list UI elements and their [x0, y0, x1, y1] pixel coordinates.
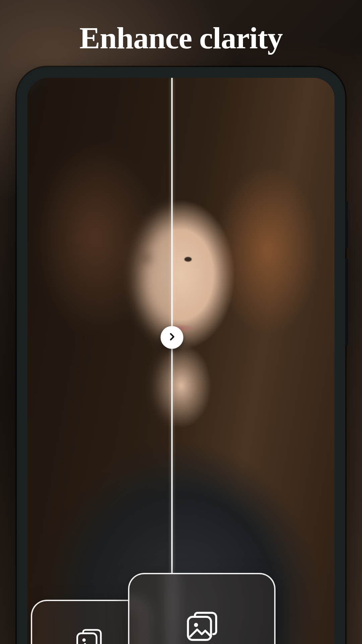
svg-point-1	[82, 638, 85, 642]
image-stack-icon	[73, 627, 104, 644]
chevron-right-icon	[167, 332, 177, 343]
comparison-slider-handle[interactable]	[161, 326, 183, 349]
image-stack-icon	[183, 609, 220, 644]
phone-frame: 800 X 800 1600 X 1600	[17, 67, 345, 644]
resolution-option-large[interactable]: 1600 X 1600	[128, 573, 276, 644]
svg-rect-0	[77, 633, 97, 644]
comparison-divider[interactable]	[171, 78, 173, 644]
svg-point-3	[194, 623, 198, 627]
page-headline: Enhance clarity	[0, 20, 362, 56]
phone-screen: 800 X 800 1600 X 1600	[27, 78, 335, 644]
